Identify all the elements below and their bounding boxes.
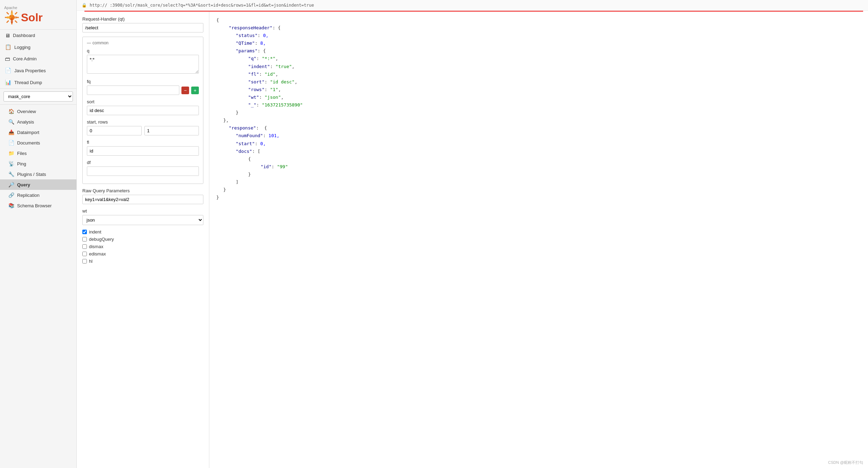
sort-group: sort xyxy=(87,99,199,115)
raw-query-input[interactable] xyxy=(82,195,203,204)
svg-line-8 xyxy=(7,21,9,23)
sidebar-item-core-admin[interactable]: 🗃 Core Admin xyxy=(0,53,76,65)
json-line: "wt": "json", xyxy=(216,94,861,101)
core-selector-wrap: mask_core xyxy=(0,88,76,105)
panels: Request-Handler (qt) common q *:* fq − + xyxy=(77,12,868,468)
indent-label[interactable]: indent xyxy=(89,229,101,235)
svg-line-5 xyxy=(7,12,9,14)
svg-line-7 xyxy=(15,12,17,14)
core-nav-query-label: Query xyxy=(17,182,30,187)
core-nav-item-files[interactable]: 📁 Files xyxy=(0,148,76,158)
wt-group: wt json xml python ruby php csv xyxy=(82,208,203,225)
json-line: { xyxy=(216,155,861,163)
json-line: "rows": "1", xyxy=(216,86,861,94)
core-nav-analysis-label: Analysis xyxy=(17,119,34,125)
sort-input[interactable] xyxy=(87,106,199,115)
wt-label: wt xyxy=(82,208,203,214)
core-nav-replication-label: Replication xyxy=(17,193,39,198)
fq-minus-button[interactable]: − xyxy=(181,87,189,94)
core-nav-item-plugins-stats[interactable]: 🔧 Plugins / Stats xyxy=(0,169,76,179)
fl-input[interactable] xyxy=(87,146,199,156)
core-nav-item-ping[interactable]: 📡 Ping xyxy=(0,158,76,169)
json-line: "id": "99" xyxy=(216,163,861,171)
logo-apache-text: Apache xyxy=(4,6,72,10)
url-bar: 🔒 http:// :3900/solr/mask_core/select?q=… xyxy=(77,0,868,11)
core-nav-item-schema-browser[interactable]: 📚 Schema Browser xyxy=(0,200,76,211)
dataimport-icon: 📥 xyxy=(8,129,14,135)
q-group: q *:* xyxy=(87,48,199,75)
json-line: "indent": "true", xyxy=(216,63,861,70)
q-input[interactable]: *:* xyxy=(87,55,199,74)
core-nav-item-documents[interactable]: 📄 Documents xyxy=(0,138,76,148)
wt-select[interactable]: json xml python ruby php csv xyxy=(82,215,203,225)
fq-input[interactable] xyxy=(87,86,179,95)
request-handler-input[interactable] xyxy=(82,23,203,32)
files-icon: 📁 xyxy=(8,150,14,156)
df-input[interactable] xyxy=(87,166,199,176)
edismax-checkbox[interactable] xyxy=(82,252,87,256)
json-line: "sort": "id desc", xyxy=(216,78,861,86)
dismax-row: dismax xyxy=(82,244,203,249)
raw-query-label: Raw Query Parameters xyxy=(82,188,203,193)
overview-icon: 🏠 xyxy=(8,109,14,114)
core-nav-item-query[interactable]: 🔎 Query xyxy=(0,179,76,190)
raw-query-group: Raw Query Parameters xyxy=(82,188,203,204)
fq-plus-button[interactable]: + xyxy=(191,87,199,94)
edismax-label[interactable]: edismax xyxy=(89,251,106,257)
sidebar-item-dashboard[interactable]: 🖥 Dashboard xyxy=(0,30,76,41)
sidebar-item-java-properties-label: Java Properties xyxy=(14,68,46,73)
logging-icon: 📋 xyxy=(5,44,12,50)
schema-browser-icon: 📚 xyxy=(8,203,14,208)
sidebar-item-logging-label: Logging xyxy=(14,45,30,50)
start-rows-label: start, rows xyxy=(87,119,199,125)
ping-icon: 📡 xyxy=(8,161,14,166)
json-line: "QTime": 8, xyxy=(216,39,861,47)
json-line: "status": 0, xyxy=(216,32,861,39)
debug-query-row: debugQuery xyxy=(82,237,203,242)
fl-label: fl xyxy=(87,140,199,145)
json-line: "q": "*:*", xyxy=(216,55,861,62)
form-panel: Request-Handler (qt) common q *:* fq − + xyxy=(77,12,209,468)
df-label: df xyxy=(87,160,199,165)
json-output-panel: { "responseHeader": { "status": 0, "QTim… xyxy=(209,12,868,468)
json-line: "numFound": 101, xyxy=(216,132,861,140)
common-section: common q *:* fq − + sort xyxy=(82,37,203,184)
core-nav-schema-label: Schema Browser xyxy=(17,203,52,208)
dismax-checkbox[interactable] xyxy=(82,244,87,249)
df-group: df xyxy=(87,160,199,176)
rows-input[interactable] xyxy=(144,126,199,135)
debug-query-checkbox[interactable] xyxy=(82,237,87,242)
hl-label[interactable]: hl xyxy=(89,259,92,264)
main-content: 🔒 http:// :3900/solr/mask_core/select?q=… xyxy=(77,0,868,468)
json-line: "responseHeader": { xyxy=(216,24,861,32)
hl-checkbox[interactable] xyxy=(82,259,87,263)
core-nav: 🏠 Overview 🔍 Analysis 📥 Dataimport 📄 Doc… xyxy=(0,105,76,211)
query-icon: 🔎 xyxy=(8,182,14,187)
json-line: } xyxy=(216,186,861,194)
url-text: http:// :3900/solr/mask_core/select?q=*%… xyxy=(90,3,314,8)
logo-solr-text: Solr xyxy=(21,11,43,24)
core-nav-item-overview[interactable]: 🏠 Overview xyxy=(0,106,76,117)
start-input[interactable] xyxy=(87,126,142,135)
json-line: "_": "1637215735890" xyxy=(216,101,861,109)
sidebar-item-thread-dump[interactable]: 📊 Thread Dump xyxy=(0,76,76,88)
fq-label: fq xyxy=(87,79,199,84)
core-nav-files-label: Files xyxy=(17,151,27,156)
core-nav-item-replication[interactable]: 🔗 Replication xyxy=(0,190,76,200)
logo-area: Apache xyxy=(0,0,76,30)
dismax-label[interactable]: dismax xyxy=(89,244,103,249)
indent-checkbox[interactable] xyxy=(82,230,87,234)
json-line: "docs": [ xyxy=(216,148,861,155)
solr-sun-icon xyxy=(4,10,20,25)
sidebar: Apache xyxy=(0,0,77,468)
sidebar-item-core-admin-label: Core Admin xyxy=(13,56,37,61)
start-rows-group: start, rows xyxy=(87,119,199,135)
core-nav-item-analysis[interactable]: 🔍 Analysis xyxy=(0,117,76,127)
sidebar-item-logging[interactable]: 📋 Logging xyxy=(0,41,76,53)
core-nav-overview-label: Overview xyxy=(17,109,36,114)
core-selector[interactable]: mask_core xyxy=(3,91,73,102)
indent-row: indent xyxy=(82,229,203,235)
core-nav-item-dataimport[interactable]: 📥 Dataimport xyxy=(0,127,76,138)
debug-query-label[interactable]: debugQuery xyxy=(89,237,114,242)
sidebar-item-java-properties[interactable]: 📄 Java Properties xyxy=(0,65,76,76)
